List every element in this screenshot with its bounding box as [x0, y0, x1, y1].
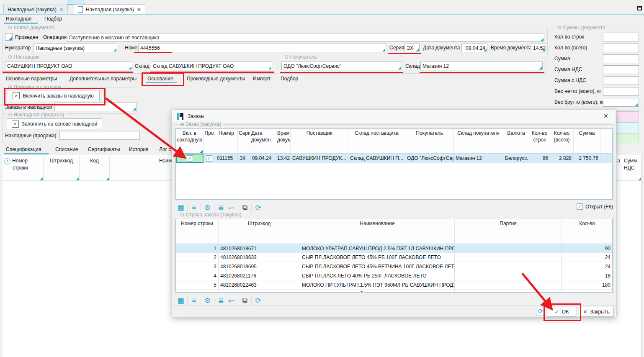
gear-icon[interactable]: ⚙: [202, 295, 213, 306]
totals-field-sum[interactable]: [603, 54, 639, 63]
gear-icon[interactable]: ⚙: [202, 203, 213, 213]
cell-party[interactable]: [455, 271, 562, 280]
open-f6-checkbox-row[interactable]: ✓ Открыт (F6): [577, 203, 613, 210]
doc-time-field[interactable]: 14:52: [531, 44, 546, 52]
currency-cell[interactable]: Белорусс...: [503, 154, 529, 163]
cell-barcode[interactable]: 4810268018671: [219, 244, 300, 253]
col-buyer[interactable]: Покупатель: [405, 129, 454, 153]
dialog-close-icon[interactable]: ✕: [603, 113, 608, 119]
table-grid-icon[interactable]: ▦: [175, 203, 186, 213]
cell-n[interactable]: 1: [176, 244, 219, 253]
tab-import[interactable]: Импорт: [253, 76, 270, 82]
series-field[interactable]: ЭХ: [404, 44, 420, 52]
table-row[interactable]: 2 4810268018633 СЫР ПЛ.ЛАСКОВОЕ ЛЕТО 45%…: [176, 253, 612, 262]
spec-col-number[interactable]: ∧Номер строки: [3, 156, 44, 181]
tab-writeoff[interactable]: Списание: [55, 146, 78, 152]
col-pro[interactable]: Про: [204, 129, 215, 153]
cell-n[interactable]: 3: [176, 262, 219, 271]
totals-field-qty[interactable]: [603, 44, 639, 52]
pro-checkbox[interactable]: ✓: [206, 155, 212, 162]
col-line-barcode[interactable]: Штрихкод: [219, 219, 300, 244]
totals-field-vat[interactable]: [603, 65, 639, 74]
tab-specification[interactable]: Спецификация: [6, 146, 41, 152]
col-lines[interactable]: Кол-во строк: [529, 129, 550, 153]
cell-qty[interactable]: 18: [562, 271, 612, 280]
cell-party[interactable]: [455, 262, 562, 271]
open-external-icon[interactable]: ⧉: [240, 295, 250, 306]
date-cell[interactable]: 09.04.24: [250, 154, 276, 163]
tab-close-icon[interactable]: ✕: [137, 7, 141, 13]
sort-ascending-icon[interactable]: ∧: [4, 158, 10, 164]
sum-cell[interactable]: 2 750,76: [574, 154, 600, 163]
fill-from-invoice-button[interactable]: ✕ Заполнить на основе накладной: [7, 118, 102, 129]
tab-podbor2[interactable]: Подбор: [281, 76, 298, 82]
cell-name[interactable]: МОЛОКО УЛЬТРАП.САВУШ.ПРОД.2.5% ПЭТ 1Л СА…: [300, 244, 455, 253]
menu-podbor[interactable]: Подбор: [44, 16, 62, 22]
spec-col-code[interactable]: Код: [80, 156, 110, 181]
dialog-close-button[interactable]: ✕ Закрыть: [579, 307, 614, 317]
table-row[interactable]: 1 4810268018671 МОЛОКО УЛЬТРАП.САВУШ.ПРО…: [176, 244, 612, 253]
qty-cell[interactable]: 2 828: [550, 154, 574, 163]
buyer-field[interactable]: ОДО "ЛюксСофтСервис": [281, 62, 402, 70]
dialog-titlebar[interactable]: Заказы ✕: [172, 110, 615, 123]
pro-cell[interactable]: ✓: [204, 154, 215, 163]
tab-invoice-open[interactable]: Накладная (закупка) ✕: [74, 4, 145, 14]
number-cell[interactable]: 011155: [215, 154, 238, 163]
tab-invoices-list[interactable]: Накладные (закупка) ✕: [3, 5, 68, 14]
tab-history[interactable]: История: [129, 146, 149, 152]
col-line-party[interactable]: Партия: [455, 219, 562, 244]
tab-main-params[interactable]: Основные параметры: [6, 76, 57, 82]
col-number[interactable]: Номер: [215, 129, 238, 153]
col-supplier[interactable]: Поставщик: [291, 129, 348, 153]
cell-party[interactable]: [455, 290, 562, 293]
cell-name[interactable]: СЫР ПЛ.ЛАСКОВОЕ ЛЕТО 45% РБ 100Г ЛАСКОВО…: [300, 253, 455, 262]
cell-n[interactable]: 2: [176, 253, 219, 262]
number-field[interactable]: 4445556: [138, 44, 386, 52]
cell-n[interactable]: 6: [176, 290, 219, 293]
proveden-checkbox[interactable]: [5, 33, 13, 41]
numerator-field[interactable]: Накладные (закупка): [33, 44, 117, 52]
time-cell[interactable]: 13:42: [276, 154, 291, 163]
cell-party[interactable]: [455, 244, 562, 253]
sales-invoices-field[interactable]: [59, 131, 140, 140]
cell-qty[interactable]: 24: [562, 262, 612, 271]
col-buyer-wh[interactable]: Склад покупателя: [454, 129, 503, 153]
table-row[interactable]: 3 4810268018695 СЫР ПЛ.ЛАСКОВОЕ ЛЕТО 45%…: [176, 262, 612, 271]
series-cell[interactable]: ЗК: [238, 154, 250, 163]
cell-barcode[interactable]: 4810268018633: [219, 253, 300, 262]
order-row[interactable]: ✓ ✓ 011155 ЗК 09.04.24 13:42 САВУШКИН ПР…: [176, 154, 612, 163]
totals-field-net-weight[interactable]: [603, 87, 639, 96]
table-row[interactable]: 4 4810268021176 СЫР ПЛ.ЛАСК.ЛЕТО 40% РБ …: [176, 271, 612, 280]
cell-party[interactable]: [455, 253, 562, 262]
reload-icon[interactable]: ⟳: [253, 295, 263, 306]
cell-name[interactable]: СЫР БРЕСТ-ЛИТОВСКИЙ КЛ 45% ФАС 150Г БРЕС…: [300, 290, 455, 293]
tab-derived-docs[interactable]: Производные документы: [187, 76, 245, 82]
filter-icon[interactable]: ≡: [189, 203, 199, 213]
tab-log[interactable]: Лог с: [159, 146, 171, 152]
spec-col-price-partial[interactable]: а: [616, 156, 622, 181]
table-row[interactable]: 5 4810268022463 МОЛОКО ПИТ.УЛЬТРАП.1.5% …: [176, 280, 612, 290]
cell-name[interactable]: СЫР ПЛ.ЛАСК.ЛЕТО 40% РБ 250Г ЛАСКОВОЕ ЛЕ…: [300, 271, 455, 280]
cell-qty[interactable]: 180: [562, 280, 612, 289]
cell-qty[interactable]: 24: [562, 290, 612, 293]
reload-icon[interactable]: ⟳: [253, 203, 263, 213]
table-grid-icon[interactable]: ▦: [175, 295, 186, 306]
totals-field-gross-weight[interactable]: [603, 98, 639, 107]
supplier-wh-cell[interactable]: Склад САВУШКИН П...: [348, 154, 405, 163]
cell-barcode[interactable]: 4810268021985: [219, 290, 300, 293]
col-supplier-wh[interactable]: Склад поставщика: [348, 129, 405, 153]
cell-n[interactable]: 4: [176, 271, 219, 280]
open-external-icon[interactable]: ⧉: [240, 203, 250, 213]
cell-name[interactable]: МОЛОКО ПИТ.УЛЬТРАП.1.5% ПЭТ 950МЛ РБ САВ…: [300, 280, 455, 289]
spec-col-barcode[interactable]: Штрихкод: [44, 156, 80, 181]
cell-barcode[interactable]: 4810268022463: [219, 280, 300, 289]
lines-cell[interactable]: 86: [529, 154, 550, 163]
col-currency[interactable]: Валюта: [503, 129, 529, 153]
col-time[interactable]: Врем докум: [276, 129, 291, 153]
window-restore-icon[interactable]: [637, 6, 642, 10]
cell-qty[interactable]: 90: [562, 244, 612, 253]
tab-certificates[interactable]: Сертификаты: [88, 146, 120, 152]
cell-name[interactable]: СЫР ПЛ.ЛАСКОВОЕ ЛЕТО 45% ВЕТЧИНА 100Г ЛА…: [300, 262, 455, 271]
col-line-number[interactable]: Номер строки: [176, 219, 219, 244]
menu-invoice[interactable]: Накладная: [6, 16, 31, 22]
